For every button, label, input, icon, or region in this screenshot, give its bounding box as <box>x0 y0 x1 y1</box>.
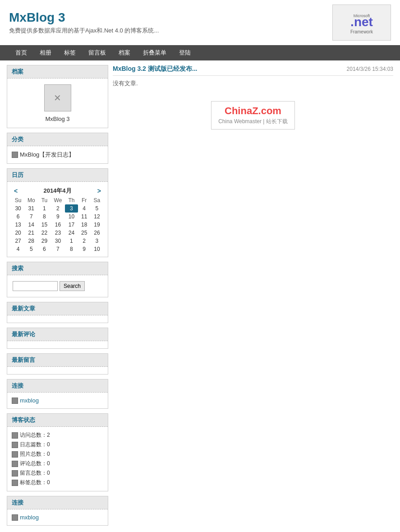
nav-bar: 首页 相册 标签 留言板 档案 折叠菜单 登陆 <box>0 45 400 60</box>
cal-day[interactable]: 2 <box>78 237 91 245</box>
profile-name: MxBlog 3 <box>12 114 103 124</box>
cal-header-we: We <box>51 196 65 204</box>
recent-comments-content <box>7 341 108 348</box>
recent-posts-title: 最新文章 <box>7 302 108 315</box>
cal-header-tu: Tu <box>38 196 51 204</box>
cal-day[interactable]: 6 <box>38 245 51 253</box>
category-content: MxBlog【开发日志】 <box>7 146 108 163</box>
nav-album[interactable]: 相册 <box>33 45 58 60</box>
calendar-grid: Su Mo Tu We Th Fr Sa 3031123456789101112… <box>12 196 103 253</box>
cal-day[interactable]: 16 <box>51 221 65 229</box>
profile-section: 档案 ✕ MxBlog 3 <box>7 65 108 128</box>
cal-day[interactable]: 10 <box>91 245 103 253</box>
cal-day[interactable]: 7 <box>24 213 38 221</box>
cal-day[interactable]: 23 <box>51 229 65 237</box>
cal-day[interactable]: 11 <box>78 213 91 221</box>
cal-header-mo: Mo <box>24 196 38 204</box>
cal-day[interactable]: 6 <box>12 213 24 221</box>
cal-day[interactable]: 25 <box>78 229 91 237</box>
cal-day[interactable]: 7 <box>51 245 65 253</box>
cal-day[interactable]: 1 <box>65 237 78 245</box>
cal-day[interactable]: 28 <box>24 237 38 245</box>
link-item-0[interactable]: mxblog <box>12 396 103 405</box>
cal-day[interactable]: 8 <box>38 213 51 221</box>
layout: 档案 ✕ MxBlog 3 分类 MxBlog【开发日志】 日历 < 20 <box>0 60 400 532</box>
category-section: 分类 MxBlog【开发日志】 <box>7 133 108 164</box>
status-item: 照片总数：0 <box>12 449 103 459</box>
status-icon <box>12 461 18 467</box>
cal-day[interactable]: 9 <box>51 213 65 221</box>
link-label-0: mxblog <box>20 397 39 404</box>
search-button[interactable]: Search <box>60 281 85 291</box>
link2-icon-0 <box>12 514 18 521</box>
calendar-header: < 2014年4月 > <box>12 185 103 196</box>
status-icon <box>12 451 18 458</box>
nav-login[interactable]: 登陆 <box>173 45 197 60</box>
status-label: 日志篇数：0 <box>20 441 50 449</box>
cal-day[interactable]: 12 <box>91 213 103 221</box>
calendar-next[interactable]: > <box>97 187 101 194</box>
cal-day[interactable]: 29 <box>38 237 51 245</box>
status-icon <box>12 470 18 476</box>
status-label: 访问总数：2 <box>20 431 50 439</box>
nav-tags[interactable]: 标签 <box>58 45 82 60</box>
status-item: 评论总数：0 <box>12 459 103 468</box>
search-section: 搜索 Search <box>7 262 108 297</box>
site-subtitle: 免费提供多数据库应用的基于Ajax和.Net 4.0 的博客系统... <box>9 27 159 35</box>
recent-messages-title: 最新留言 <box>7 354 108 367</box>
nav-guestbook[interactable]: 留言板 <box>82 45 112 60</box>
cal-day[interactable]: 30 <box>12 204 24 213</box>
cal-day[interactable]: 18 <box>78 221 91 229</box>
recent-posts-section: 最新文章 <box>7 302 108 323</box>
dotnet-logo: Microsoft .net Framework <box>332 5 391 41</box>
cal-day[interactable]: 2 <box>51 204 65 213</box>
search-row: Search <box>12 279 103 293</box>
link2-item-0[interactable]: mxblog <box>12 513 103 522</box>
calendar-month: 2014年4月 <box>43 187 71 195</box>
cal-day[interactable]: 15 <box>38 221 51 229</box>
header-left: MxBlog 3 免费提供多数据库应用的基于Ajax和.Net 4.0 的博客系… <box>9 10 159 35</box>
cal-day[interactable]: 21 <box>24 229 38 237</box>
cal-header-su: Su <box>12 196 24 204</box>
link2-label-0: mxblog <box>20 514 39 521</box>
cal-day[interactable]: 14 <box>24 221 38 229</box>
cal-day[interactable]: 4 <box>78 204 91 213</box>
cal-day[interactable]: 5 <box>91 204 103 213</box>
header: MxBlog 3 免费提供多数据库应用的基于Ajax和.Net 4.0 的博客系… <box>0 0 400 45</box>
status-icon <box>12 442 18 448</box>
cal-day[interactable]: 30 <box>51 237 65 245</box>
calendar-section: 日历 < 2014年4月 > Su Mo Tu We Th <box>7 168 108 257</box>
profile-image: ✕ <box>44 84 71 111</box>
nav-home[interactable]: 首页 <box>9 45 33 60</box>
cal-day[interactable]: 1 <box>38 204 51 213</box>
status-item: 留言总数：0 <box>12 468 103 478</box>
cal-day[interactable]: 22 <box>38 229 51 237</box>
cal-day[interactable]: 19 <box>91 221 103 229</box>
calendar-prev[interactable]: < <box>14 187 18 194</box>
cal-day[interactable]: 26 <box>91 229 103 237</box>
cal-day[interactable]: 8 <box>65 245 78 253</box>
category-item-label: MxBlog【开发日志】 <box>20 151 74 159</box>
cal-day[interactable]: 5 <box>24 245 38 253</box>
cal-day[interactable]: 10 <box>65 213 78 221</box>
recent-messages-content <box>7 367 108 374</box>
cal-day[interactable]: 17 <box>65 221 78 229</box>
profile-content: ✕ MxBlog 3 <box>7 79 108 128</box>
cal-day[interactable]: 31 <box>24 204 38 213</box>
cal-day[interactable]: 27 <box>12 237 24 245</box>
search-input[interactable] <box>13 281 58 291</box>
cal-day[interactable]: 4 <box>12 245 24 253</box>
calendar-content: < 2014年4月 > Su Mo Tu We Th Fr Sa <box>7 182 108 257</box>
cal-day[interactable]: 3 <box>91 237 103 245</box>
nav-archive[interactable]: 档案 <box>112 45 137 60</box>
cal-day[interactable]: 13 <box>12 221 24 229</box>
cal-day[interactable]: 20 <box>12 229 24 237</box>
cal-day[interactable]: 24 <box>65 229 78 237</box>
links2-section: 连接 mxblog <box>7 496 108 526</box>
status-icon <box>12 480 18 486</box>
cal-day[interactable]: 3 <box>65 204 78 213</box>
category-item[interactable]: MxBlog【开发日志】 <box>12 150 103 160</box>
nav-collapse[interactable]: 折叠菜单 <box>137 45 173 60</box>
cal-day[interactable]: 9 <box>78 245 91 253</box>
calendar-title: 日历 <box>7 169 108 182</box>
